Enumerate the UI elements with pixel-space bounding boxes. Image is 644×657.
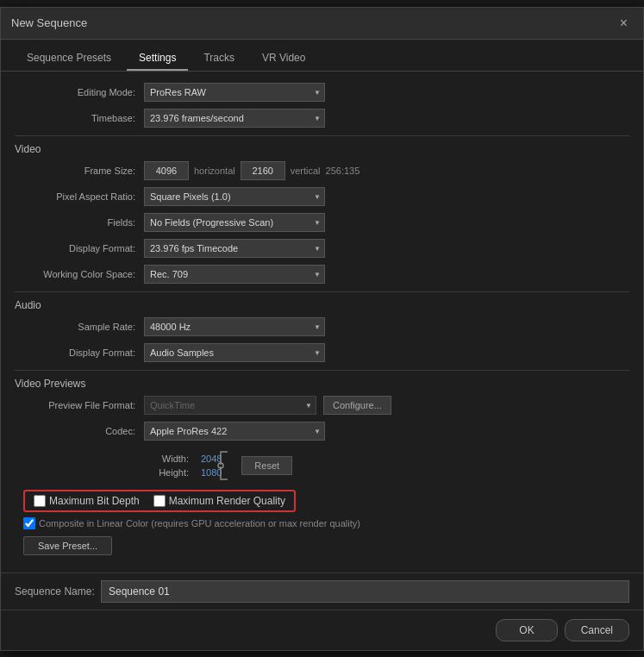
save-preset-button[interactable]: Save Preset...	[23, 536, 112, 555]
bottom-bar: OK Cancel	[1, 610, 643, 650]
height-label: Height:	[144, 467, 196, 478]
configure-button[interactable]: Configure...	[323, 396, 391, 415]
video-previews-label: Video Previews	[15, 378, 629, 390]
composite-checkbox[interactable]	[23, 517, 35, 529]
frame-size-label: Frame Size:	[15, 166, 144, 176]
height-row: Height: 1080	[144, 467, 207, 478]
fields-label: Fields:	[15, 217, 144, 228]
save-preset-container: Save Preset...	[15, 536, 629, 555]
display-format-label: Display Format:	[15, 243, 144, 253]
display-format-select-wrapper: 23.976 fps Timecode	[144, 239, 325, 258]
tab-settings[interactable]: Settings	[127, 47, 188, 71]
working-color-label: Working Color Space:	[15, 269, 144, 279]
pixel-aspect-row: Pixel Aspect Ratio: Square Pixels (1.0)	[15, 186, 629, 207]
editing-mode-select-wrapper: ProRes RAW	[144, 83, 325, 102]
sequence-name-input[interactable]	[101, 580, 629, 603]
preview-file-select-wrapper: QuickTime	[144, 396, 316, 415]
codec-row: Codec: Apple ProRes 422	[15, 421, 629, 441]
fields-select-wrapper: No Fields (Progressive Scan)	[144, 213, 325, 232]
audio-section: Audio Sample Rate: 48000 Hz Display Form…	[15, 299, 629, 363]
timebase-select[interactable]: 23.976 frames/second	[144, 109, 325, 128]
max-render-quality-checkbox[interactable]	[153, 495, 166, 507]
sample-rate-select[interactable]: 48000 Hz	[144, 317, 325, 336]
working-color-row: Working Color Space: Rec. 709	[15, 264, 629, 285]
codec-select[interactable]: Apple ProRes 422	[144, 422, 325, 441]
frame-ratio: 256:135	[326, 166, 360, 176]
max-bit-depth-checkbox[interactable]	[34, 495, 46, 507]
composite-row: Composite in Linear Color (requires GPU …	[23, 517, 629, 529]
max-render-quality-item: Maximum Render Quality	[153, 495, 285, 507]
preview-file-row: Preview File Format: QuickTime Configure…	[15, 395, 629, 416]
sample-rate-label: Sample Rate:	[15, 322, 144, 332]
tab-vr-video[interactable]: VR Video	[250, 47, 317, 71]
frame-size-controls: horizontal vertical 256:135	[144, 161, 360, 180]
width-row: Width: 2048	[144, 454, 207, 464]
frame-size-height-input[interactable]	[241, 161, 285, 180]
fields-select[interactable]: No Fields (Progressive Scan)	[144, 213, 325, 232]
close-button[interactable]: ×	[615, 15, 633, 32]
pixel-aspect-label: Pixel Aspect Ratio:	[15, 191, 144, 202]
max-bit-depth-item: Maximum Bit Depth	[34, 495, 140, 507]
composite-label: Composite in Linear Color (requires GPU …	[39, 518, 360, 529]
fields-row: Fields: No Fields (Progressive Scan)	[15, 212, 629, 233]
audio-section-label: Audio	[15, 299, 629, 311]
max-options-container: Maximum Bit Depth Maximum Render Quality	[23, 490, 629, 512]
width-label: Width:	[144, 454, 196, 464]
sample-rate-select-wrapper: 48000 Hz	[144, 317, 325, 336]
editing-mode-label: Editing Mode:	[15, 87, 144, 97]
pixel-aspect-select-wrapper: Square Pixels (1.0)	[144, 187, 325, 206]
ok-button[interactable]: OK	[496, 619, 557, 641]
video-previews-section: Video Previews Preview File Format: Quic…	[15, 378, 629, 555]
editing-mode-select[interactable]: ProRes RAW	[144, 83, 325, 102]
editing-mode-row: Editing Mode: ProRes RAW	[15, 82, 629, 103]
audio-display-format-row: Display Format: Audio Samples	[15, 342, 629, 363]
audio-display-label: Display Format:	[15, 347, 144, 358]
timebase-row: Timebase: 23.976 frames/second	[15, 108, 629, 128]
tab-tracks[interactable]: Tracks	[191, 47, 247, 71]
preview-file-select: QuickTime	[144, 396, 316, 415]
frame-size-row: Frame Size: horizontal vertical 256:135	[15, 160, 629, 181]
new-sequence-dialog: New Sequence × Sequence Presets Settings…	[0, 7, 644, 651]
tab-sequence-presets[interactable]: Sequence Presets	[15, 47, 123, 71]
vertical-label: vertical	[291, 166, 321, 176]
sequence-name-row: Sequence Name:	[1, 573, 643, 610]
working-color-select-wrapper: Rec. 709	[144, 265, 325, 284]
reset-button[interactable]: Reset	[241, 456, 292, 475]
sample-rate-row: Sample Rate: 48000 Hz	[15, 316, 629, 337]
max-render-quality-label: Maximum Render Quality	[169, 495, 285, 507]
frame-size-width-input[interactable]	[144, 161, 189, 180]
display-format-row: Display Format: 23.976 fps Timecode	[15, 238, 629, 259]
preview-file-label: Preview File Format:	[15, 400, 144, 410]
width-height-col: Width: 2048 Height: 1080	[144, 454, 207, 478]
codec-label: Codec:	[15, 426, 144, 436]
horizontal-label: horizontal	[194, 166, 235, 176]
bracket-link-icon	[216, 450, 233, 485]
timebase-label: Timebase:	[15, 113, 144, 123]
max-bit-depth-label: Maximum Bit Depth	[49, 495, 140, 507]
title-bar: New Sequence ×	[1, 8, 643, 40]
codec-select-wrapper: Apple ProRes 422	[144, 422, 325, 441]
sequence-name-label: Sequence Name:	[15, 585, 101, 598]
audio-display-select-wrapper: Audio Samples	[144, 343, 325, 362]
dialog-title: New Sequence	[11, 16, 87, 29]
audio-display-select[interactable]: Audio Samples	[144, 343, 325, 362]
working-color-select[interactable]: Rec. 709	[144, 265, 325, 284]
timebase-select-wrapper: 23.976 frames/second	[144, 109, 325, 128]
cancel-button[interactable]: Cancel	[565, 619, 629, 641]
video-section: Video Frame Size: horizontal vertical 25…	[15, 143, 629, 285]
display-format-select[interactable]: 23.976 fps Timecode	[144, 239, 325, 258]
settings-content: Editing Mode: ProRes RAW Timebase: 23.97…	[1, 72, 643, 573]
video-section-label: Video	[15, 143, 629, 155]
pixel-aspect-select[interactable]: Square Pixels (1.0)	[144, 187, 325, 206]
tabs-container: Sequence Presets Settings Tracks VR Vide…	[1, 40, 643, 72]
